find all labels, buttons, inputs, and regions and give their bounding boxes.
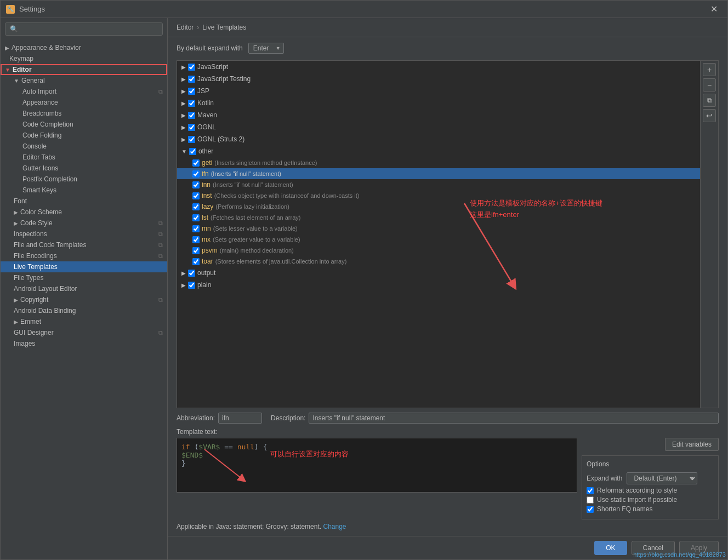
applicable-text: Applicable in Java: statement; Groovy: s…	[177, 523, 321, 530]
group-ognl-struts2-checkbox[interactable]	[188, 136, 195, 143]
group-plain-checkbox[interactable]	[188, 282, 195, 289]
template-mx[interactable]: mx (Sets greater value to a variable)	[177, 234, 700, 245]
description-input[interactable]	[309, 413, 719, 424]
expand-select-wrap[interactable]: Enter Tab Space	[248, 43, 284, 54]
reformat-checkbox[interactable]	[587, 487, 594, 494]
copy-template-button[interactable]: ⧉	[703, 94, 716, 107]
sidebar-item-console[interactable]: Console	[1, 141, 167, 152]
group-javascript-testing-checkbox[interactable]	[188, 76, 195, 83]
sidebar-item-gutter-icons[interactable]: Gutter Icons	[1, 163, 167, 174]
sidebar-item-auto-import[interactable]: Auto Import ⧉	[1, 86, 167, 97]
group-output[interactable]: ▶ output	[177, 267, 700, 279]
static-import-row: Use static import if possible	[587, 496, 714, 504]
sidebar-item-inspections[interactable]: Inspections ⧉	[1, 228, 167, 239]
sidebar-item-file-code-templates[interactable]: File and Code Templates ⧉	[1, 239, 167, 250]
template-toar-checkbox[interactable]	[192, 258, 200, 265]
sidebar-item-gui-designer[interactable]: GUI Designer ⧉	[1, 327, 167, 338]
expand-with-select[interactable]: Default (Enter) Enter Tab Space	[627, 472, 697, 484]
sidebar-item-general[interactable]: ▼ General	[1, 75, 167, 86]
template-lst-checkbox[interactable]	[192, 214, 200, 221]
close-button[interactable]: ✕	[706, 2, 722, 16]
group-plain[interactable]: ▶ plain	[177, 279, 700, 291]
change-link[interactable]: Change	[323, 523, 346, 530]
group-other-checkbox[interactable]	[189, 148, 196, 155]
search-box[interactable]: 🔍	[5, 22, 163, 36]
sidebar-item-editor-tabs[interactable]: Editor Tabs	[1, 152, 167, 163]
sidebar-item-android-layout-editor[interactable]: Android Layout Editor	[1, 283, 167, 294]
shorten-fq-checkbox[interactable]	[587, 506, 594, 513]
group-other[interactable]: ▼ other	[177, 145, 700, 157]
sidebar-item-copyright[interactable]: ▶ Copyright ⧉	[1, 294, 167, 305]
group-output-checkbox[interactable]	[188, 270, 195, 277]
sidebar-item-file-encodings[interactable]: File Encodings ⧉	[1, 250, 167, 261]
sidebar-item-android-data-binding[interactable]: Android Data Binding	[1, 305, 167, 316]
sidebar-item-color-scheme[interactable]: ▶ Color Scheme	[1, 207, 167, 218]
template-editor[interactable]: if ($VAR$ == null) { $END$ }	[177, 438, 577, 493]
undo-template-button[interactable]: ↩	[703, 109, 716, 122]
abbreviation-input[interactable]	[218, 413, 262, 424]
sidebar-item-smart-keys[interactable]: Smart Keys	[1, 185, 167, 196]
sidebar-item-code-style[interactable]: ▶ Code Style ⧉	[1, 218, 167, 228]
group-ognl-checkbox[interactable]	[188, 124, 195, 131]
sidebar-item-code-folding[interactable]: Code Folding	[1, 130, 167, 141]
group-maven[interactable]: ▶ Maven	[177, 109, 700, 121]
fields-row: Abbreviation: Description:	[177, 413, 719, 424]
main-right: ▶ JavaScript ▶ JavaScript Testing	[177, 60, 719, 530]
sidebar-item-editor[interactable]: ▼ Editor	[1, 64, 167, 75]
expand-with-select-wrap[interactable]: Default (Enter) Enter Tab Space	[627, 472, 697, 484]
group-maven-checkbox[interactable]	[188, 112, 195, 119]
sidebar-item-postfix-completion[interactable]: Postfix Completion	[1, 174, 167, 185]
panel-content: By default expand with Enter Tab Space	[168, 37, 727, 536]
expand-select[interactable]: Enter Tab Space	[248, 43, 284, 54]
copy-icon: ⧉	[158, 88, 163, 95]
group-jsp-checkbox[interactable]	[188, 88, 195, 95]
watermark: https://blog.csdn.net/qq_40182873	[633, 551, 726, 558]
sidebar-item-font[interactable]: Font	[1, 196, 167, 207]
sidebar-item-appearance-behavior[interactable]: ▶ Appearance & Behavior	[1, 42, 167, 53]
group-ognl[interactable]: ▶ OGNL	[177, 121, 700, 133]
group-javascript[interactable]: ▶ JavaScript	[177, 61, 700, 73]
search-input[interactable]	[20, 25, 158, 33]
template-psvm-checkbox[interactable]	[192, 247, 200, 254]
add-template-button[interactable]: +	[703, 63, 716, 76]
template-ifn-checkbox[interactable]	[192, 170, 200, 178]
template-geti-checkbox[interactable]	[192, 159, 200, 167]
template-mn[interactable]: mn (Sets lesser value to a variable)	[177, 223, 700, 234]
sidebar-item-breadcrumbs[interactable]: Breadcrumbs	[1, 108, 167, 119]
static-import-checkbox[interactable]	[587, 496, 594, 504]
code-line-3: }	[181, 459, 572, 467]
template-psvm[interactable]: psvm (main() method declaration)	[177, 245, 700, 256]
template-inst-checkbox[interactable]	[192, 192, 200, 199]
sidebar-item-code-completion[interactable]: Code Completion	[1, 119, 167, 130]
sidebar-item-appearance[interactable]: Appearance	[1, 97, 167, 108]
group-javascript-checkbox[interactable]	[188, 64, 195, 71]
group-kotlin-checkbox[interactable]	[188, 100, 195, 107]
template-toar[interactable]: toar (Stores elements of java.util.Colle…	[177, 256, 700, 267]
template-inn-checkbox[interactable]	[192, 181, 200, 188]
group-jsp[interactable]: ▶ JSP	[177, 85, 700, 97]
template-inn[interactable]: inn (Inserts "if not null" statement)	[177, 179, 700, 190]
sidebar-item-images[interactable]: Images	[1, 338, 167, 349]
sidebar-item-live-templates[interactable]: Live Templates	[1, 261, 167, 272]
ok-button[interactable]: OK	[594, 541, 627, 555]
template-inst[interactable]: inst (Checks object type with instanceof…	[177, 190, 700, 201]
group-ognl-struts2[interactable]: ▶ OGNL (Struts 2)	[177, 133, 700, 145]
template-ifn[interactable]: ifn (Inserts "if null" statement)	[177, 168, 700, 179]
settings-window: 🔧 Settings ✕ 🔍 ▶ Appearance & Behavior K…	[0, 0, 728, 560]
template-lazy[interactable]: lazy (Performs lazy initialization)	[177, 201, 700, 212]
breadcrumb-current: Live Templates	[202, 24, 246, 31]
sidebar-item-emmet[interactable]: ▶ Emmet	[1, 316, 167, 327]
template-mn-checkbox[interactable]	[192, 225, 200, 232]
template-geti[interactable]: geti (Inserts singleton method getInstan…	[177, 157, 700, 168]
group-javascript-testing[interactable]: ▶ JavaScript Testing	[177, 73, 700, 85]
template-mx-checkbox[interactable]	[192, 236, 200, 243]
template-text-row: if ($VAR$ == null) { $END$ }	[177, 438, 719, 519]
sidebar-item-file-types[interactable]: File Types	[1, 272, 167, 283]
template-lst[interactable]: lst (Fetches last element of an array)	[177, 212, 700, 223]
group-kotlin[interactable]: ▶ Kotlin	[177, 97, 700, 109]
edit-variables-button[interactable]: Edit variables	[665, 438, 719, 451]
arrow-icon: ▶	[5, 45, 9, 51]
template-lazy-checkbox[interactable]	[192, 203, 200, 210]
remove-template-button[interactable]: −	[703, 78, 716, 92]
sidebar-item-keymap[interactable]: Keymap	[1, 53, 167, 64]
